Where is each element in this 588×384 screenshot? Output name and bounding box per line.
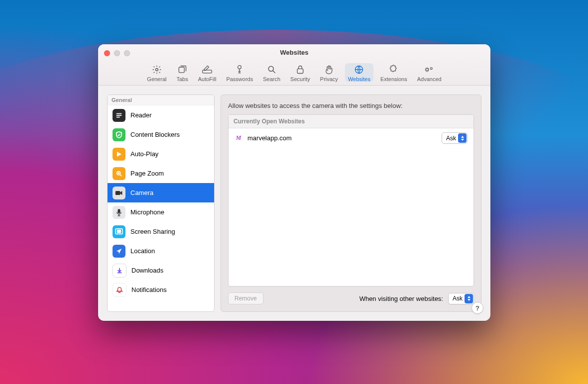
pencil-field-icon	[202, 64, 213, 75]
permission-select[interactable]: Ask	[442, 132, 468, 144]
zoom-icon	[113, 167, 125, 180]
window-body: General Reader Content Blockers Auto-Pla…	[98, 86, 490, 321]
website-row[interactable]: M marvelapp.com Ask	[229, 128, 473, 148]
tab-general[interactable]: General	[144, 63, 169, 82]
sidebar-item-label: Content Blockers	[130, 131, 180, 138]
camera-icon	[113, 187, 125, 199]
svg-rect-16	[118, 230, 121, 232]
permission-value: Ask	[446, 135, 456, 142]
tab-label: Tabs	[176, 76, 188, 82]
reader-icon	[113, 109, 125, 122]
sidebar-item-label: Downloads	[131, 267, 163, 274]
tab-label: Search	[263, 76, 280, 82]
search-icon	[266, 64, 277, 75]
svg-point-8	[430, 68, 432, 70]
download-icon	[113, 264, 126, 278]
svg-rect-10	[117, 115, 122, 116]
sidebar-item-downloads[interactable]: Downloads	[108, 261, 214, 280]
svg-rect-9	[117, 113, 122, 114]
tab-security[interactable]: Security	[287, 63, 313, 82]
tab-passwords[interactable]: Passwords	[223, 63, 256, 82]
sidebar-item-page-zoom[interactable]: Page Zoom	[108, 164, 214, 183]
sidebar-item-microphone[interactable]: Microphone	[108, 202, 214, 222]
help-glyph: ?	[475, 304, 479, 312]
tab-label: General	[147, 76, 166, 82]
tab-websites[interactable]: Websites	[345, 63, 373, 82]
tab-search[interactable]: Search	[260, 63, 283, 82]
sidebar-item-label: Auto-Play	[130, 150, 158, 158]
sidebar-item-content-blockers[interactable]: Content Blockers	[108, 125, 214, 144]
svg-rect-14	[118, 209, 120, 213]
svg-rect-13	[116, 191, 120, 195]
select-arrows-icon	[465, 294, 473, 303]
sidebar-item-label: Camera	[130, 189, 153, 196]
sidebar-section-header: General	[108, 95, 214, 105]
sidebar-item-label: Notifications	[131, 286, 167, 293]
remove-button[interactable]: Remove	[228, 292, 263, 304]
sidebar-item-notifications[interactable]: Notifications	[108, 280, 214, 299]
globe-icon	[353, 64, 364, 75]
help-button[interactable]: ?	[471, 302, 483, 314]
microphone-icon	[113, 206, 125, 219]
window-title: Websites	[98, 49, 490, 56]
play-icon	[113, 148, 125, 161]
tab-advanced[interactable]: Advanced	[414, 63, 445, 82]
other-websites-label: When visiting other websites:	[359, 295, 443, 302]
gear-icon	[151, 64, 162, 75]
content-heading: Allow websites to access the camera with…	[228, 102, 474, 109]
gears-icon	[424, 64, 435, 75]
select-arrows-icon	[458, 133, 467, 143]
sidebar-item-location[interactable]: Location	[108, 241, 214, 261]
remove-button-label: Remove	[235, 295, 257, 302]
sidebar-item-camera[interactable]: Camera	[108, 183, 214, 202]
tab-label: Websites	[348, 76, 370, 82]
tab-privacy[interactable]: Privacy	[317, 63, 341, 82]
tab-tabs[interactable]: Tabs	[173, 63, 191, 82]
tab-label: Passwords	[226, 76, 253, 82]
sidebar-item-label: Reader	[130, 111, 152, 119]
content-bottom-bar: Remove When visiting other websites: Ask	[228, 287, 474, 304]
list-header: Currently Open Websites	[229, 115, 473, 128]
preferences-toolbar: General Tabs AutoFill Passwords Search S…	[98, 63, 490, 82]
tab-label: Security	[290, 76, 310, 82]
settings-sidebar: General Reader Content Blockers Auto-Pla…	[107, 95, 215, 312]
tabs-icon	[177, 64, 188, 75]
tab-extensions[interactable]: Extensions	[377, 63, 410, 82]
hand-icon	[324, 64, 335, 75]
titlebar: Websites General Tabs AutoFill Passwords…	[98, 44, 490, 86]
sidebar-item-label: Screen Sharing	[130, 228, 175, 235]
lock-icon	[295, 64, 306, 75]
svg-rect-11	[117, 116, 120, 117]
key-icon	[234, 64, 245, 75]
svg-rect-5	[297, 69, 303, 73]
sidebar-item-reader[interactable]: Reader	[108, 105, 214, 125]
svg-point-4	[268, 66, 273, 71]
svg-rect-1	[179, 67, 184, 73]
bell-icon	[113, 283, 126, 297]
favicon-icon: M	[235, 134, 242, 142]
screen-sharing-icon	[113, 225, 125, 238]
shield-check-icon	[113, 128, 125, 141]
content-pane: Allow websites to access the camera with…	[221, 95, 481, 312]
websites-list: Currently Open Websites M marvelapp.com …	[228, 114, 474, 287]
tab-label: Extensions	[380, 76, 407, 82]
tab-label: Advanced	[417, 76, 442, 82]
website-domain: marvelapp.com	[247, 134, 292, 142]
location-arrow-icon	[113, 245, 125, 258]
sidebar-item-label: Page Zoom	[130, 170, 164, 177]
sidebar-item-screen-sharing[interactable]: Screen Sharing	[108, 222, 214, 241]
svg-point-3	[238, 66, 241, 69]
puzzle-icon	[388, 64, 399, 75]
preferences-window: Websites General Tabs AutoFill Passwords…	[98, 44, 490, 321]
tab-label: Privacy	[320, 76, 338, 82]
sidebar-item-label: Microphone	[130, 208, 164, 216]
sidebar-item-label: Location	[130, 247, 155, 255]
tab-label: AutoFill	[198, 76, 217, 82]
sidebar-item-auto-play[interactable]: Auto-Play	[108, 144, 214, 164]
other-websites-value: Ask	[453, 295, 463, 302]
other-websites-select[interactable]: Ask	[448, 293, 474, 304]
tab-autofill[interactable]: AutoFill	[195, 63, 220, 82]
svg-point-0	[155, 69, 158, 71]
